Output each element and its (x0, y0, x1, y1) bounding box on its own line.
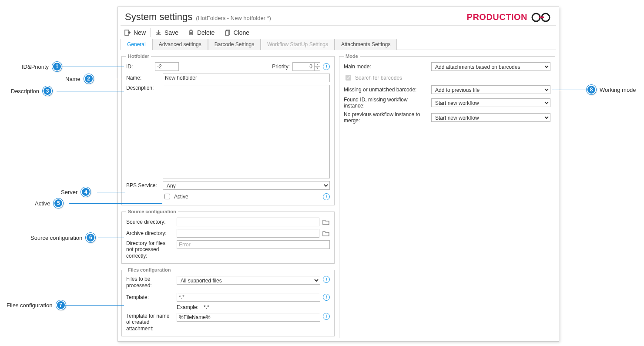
button-label: Delete (197, 29, 215, 36)
button-label: Save (164, 29, 178, 36)
example-label: Example: (177, 304, 198, 310)
template-label: Template: (126, 294, 174, 300)
button-label: Clone (233, 29, 249, 36)
error-dir-field (177, 240, 330, 249)
main-mode-select[interactable]: Add attachments based on barcodes (431, 62, 550, 71)
bps-select[interactable]: Any (163, 181, 330, 190)
name-label: Name: (126, 75, 160, 81)
callout-7: 7 Files configuration (7, 300, 66, 310)
callout-badge-6: 6 (86, 233, 95, 242)
callout-label: Name (65, 76, 80, 82)
callout-label: Files configuration (7, 302, 53, 309)
save-button[interactable]: Save (152, 28, 183, 37)
files-processed-label: Files to be processed: (126, 276, 174, 289)
no-prev-select[interactable]: Start new workflow (431, 113, 550, 122)
id-label: ID: (126, 64, 152, 70)
info-icon[interactable] (323, 276, 330, 283)
callout-badge-4: 4 (81, 187, 91, 197)
no-prev-label: No previous workflow instance to merge: (344, 111, 429, 124)
source-config-group: Source configuration Source directory: A… (121, 209, 335, 264)
main-mode-label: Main mode: (344, 64, 429, 70)
active-checkbox[interactable] (164, 194, 170, 199)
example-value: *.* (204, 304, 209, 310)
missing-barcode-select[interactable]: Add to previous file (431, 85, 550, 94)
callout-4: 4 Server (61, 187, 91, 197)
missing-barcode-label: Missing or unmatched barcode: (344, 87, 429, 93)
callout-label: Working mode (600, 87, 636, 93)
info-icon[interactable] (323, 294, 330, 301)
error-dir-label: Directory for files not processed correc… (126, 240, 174, 259)
callout-8: 8 Working mode (587, 85, 636, 94)
tab-barcode[interactable]: Barcode Settings (208, 39, 261, 50)
found-id-select[interactable]: Start new workflow (431, 98, 550, 107)
info-icon[interactable] (323, 313, 330, 320)
description-field[interactable] (163, 85, 330, 178)
tab-bar: General Advanced settings Barcode Settin… (121, 39, 556, 50)
group-legend: Source configuration (126, 209, 178, 214)
source-dir-label: Source directory: (126, 219, 174, 225)
mode-group: Mode Main mode: Add attachments based on… (339, 54, 555, 338)
callout-label: Source configuration (30, 235, 82, 241)
callout-badge-2: 2 (84, 74, 94, 84)
page-subtitle: (HotFolders - New hotfolder *) (196, 15, 271, 21)
callout-5: 5 Active (35, 198, 63, 208)
callout-badge-5: 5 (54, 198, 63, 208)
callout-badge-8: 8 (587, 85, 596, 94)
group-legend: Files configuration (126, 267, 172, 272)
delete-button[interactable]: Delete (185, 28, 219, 37)
browse-folder-icon[interactable] (322, 218, 330, 225)
callout-label: Server (61, 189, 77, 195)
group-legend: Mode (344, 54, 360, 59)
active-label: Active (174, 194, 188, 200)
browse-folder-icon[interactable] (322, 230, 330, 237)
callout-badge-3: 3 (43, 86, 52, 96)
name-template-field[interactable] (177, 313, 320, 322)
callout-label: Description (11, 88, 39, 94)
callout-label: Active (35, 200, 50, 207)
spinner-down[interactable]: ▼ (315, 67, 320, 70)
svg-rect-4 (225, 31, 229, 35)
window-header: System settings (HotFolders - New hotfol… (118, 7, 559, 25)
save-icon (155, 29, 162, 36)
files-config-group: Files configuration Files to be processe… (121, 267, 335, 336)
search-barcodes-label: Search for barcodes (355, 75, 402, 81)
button-label: New (134, 29, 146, 36)
new-button[interactable]: New (121, 28, 151, 37)
tab-general[interactable]: General (121, 39, 152, 50)
tab-advanced[interactable]: Advanced settings (152, 39, 208, 50)
group-legend: Hotfolder (126, 54, 151, 59)
svg-rect-2 (539, 17, 544, 18)
toolbar: New Save Delete Clone (118, 26, 559, 39)
archive-dir-field[interactable] (177, 229, 319, 238)
found-id-label: Found ID, missing workflow instance: (344, 97, 429, 109)
archive-dir-label: Archive directory: (126, 230, 174, 236)
callout-label: ID&Priority (22, 64, 49, 70)
template-field (177, 293, 320, 302)
files-processed-select[interactable]: All supported files (177, 276, 320, 285)
name-template-label: Template for name of created attachment: (126, 313, 174, 332)
bps-label: BPS Service: (126, 182, 160, 188)
priority-stepper[interactable]: ▲▼ (292, 62, 320, 71)
delete-icon (188, 29, 195, 36)
callout-2: 2 Name (65, 74, 94, 84)
name-field[interactable] (163, 74, 330, 82)
priority-field[interactable] (292, 62, 314, 71)
clone-button[interactable]: Clone (221, 28, 254, 37)
id-field (155, 62, 179, 71)
callout-1: 1 ID&Priority (22, 62, 62, 71)
callout-3: 3 Description (11, 86, 52, 96)
settings-window: System settings (HotFolders - New hotfol… (117, 7, 559, 342)
description-label: Description: (126, 85, 160, 91)
spinner-up[interactable]: ▲ (315, 63, 320, 67)
callout-6: 6 Source configuration (30, 233, 95, 242)
brand-name: PRODUCTION (467, 12, 527, 22)
hotfolder-group: Hotfolder ID: Priority: ▲▼ Name: (121, 54, 335, 205)
new-icon (124, 29, 131, 36)
tab-attachments[interactable]: Attachments Settings (335, 39, 397, 50)
info-icon[interactable] (323, 63, 330, 70)
page-title: System settings (125, 11, 192, 23)
clone-icon (224, 29, 231, 36)
info-icon[interactable] (323, 193, 330, 200)
source-dir-field[interactable] (177, 218, 319, 226)
priority-label: Priority: (272, 64, 290, 70)
